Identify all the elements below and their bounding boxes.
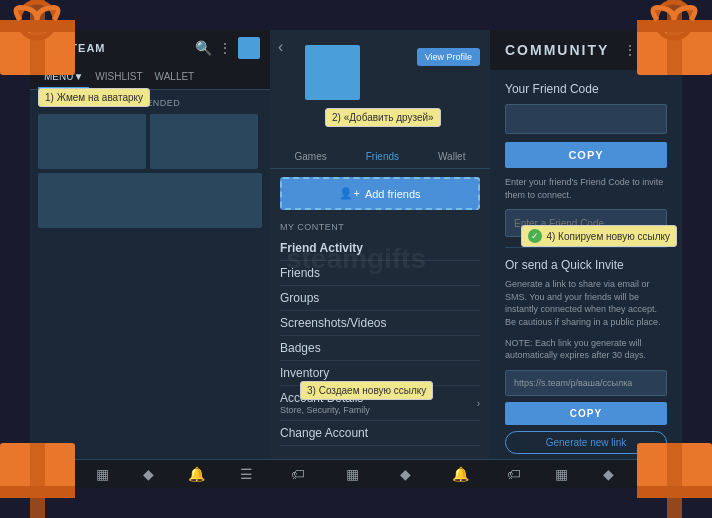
featured-img-3 bbox=[38, 173, 262, 228]
left-panel: STEAM 🔍 ⋮ MENU▼ WISHLIST WALLET 1) Жмем … bbox=[30, 30, 270, 488]
menu-item-friend-activity[interactable]: Friend Activity bbox=[280, 236, 480, 261]
add-friends-label: Add friends bbox=[365, 188, 421, 200]
gift-corner-tl bbox=[0, 0, 75, 75]
link-url: https://s.team/p/ваша/ссылка bbox=[505, 370, 667, 396]
gift-corner-bl bbox=[0, 443, 75, 518]
featured-images bbox=[38, 114, 262, 228]
main-container: STEAM 🔍 ⋮ MENU▼ WISHLIST WALLET 1) Жмем … bbox=[30, 30, 682, 488]
nav-tag-icon-c[interactable]: 🏷 bbox=[507, 466, 521, 482]
avatar[interactable] bbox=[238, 37, 260, 59]
tab-wallet[interactable]: WALLET bbox=[149, 66, 201, 89]
right-panel: COMMUNITY ⋮ Your Friend Code COPY Enter … bbox=[490, 30, 682, 488]
search-icon[interactable]: 🔍 bbox=[195, 40, 212, 56]
svg-rect-10 bbox=[30, 443, 45, 518]
nav-diamond-icon-c[interactable]: ◆ bbox=[603, 466, 614, 482]
quick-invite-desc: Generate a link to share via email or SM… bbox=[505, 278, 667, 328]
nav-diamond-icon[interactable]: ◆ bbox=[143, 466, 154, 482]
divider bbox=[505, 247, 667, 248]
featured-img-1 bbox=[38, 114, 146, 169]
tooltip-4: ✓ 4) Копируем новую ссылку bbox=[521, 225, 677, 247]
back-button[interactable]: ‹ bbox=[278, 38, 283, 56]
gift-corner-tr bbox=[637, 0, 712, 75]
tooltip-1: 1) Жмем на аватарку bbox=[38, 88, 150, 107]
gift-corner-br bbox=[637, 443, 712, 518]
header-icons: 🔍 ⋮ bbox=[195, 37, 260, 59]
copy-button-1[interactable]: COPY bbox=[505, 142, 667, 168]
left-content: FEATURED & RECOMMENDED bbox=[30, 90, 270, 459]
view-profile-button[interactable]: View Profile bbox=[417, 48, 480, 66]
nav-diamond-icon-m[interactable]: ◆ bbox=[400, 466, 411, 482]
profile-avatar[interactable] bbox=[305, 45, 360, 100]
copy-button-2[interactable]: COPY bbox=[505, 402, 667, 425]
menu-item-screenshots[interactable]: Screenshots/Videos bbox=[280, 311, 480, 336]
friend-code-title: Your Friend Code bbox=[505, 82, 667, 96]
tab-wallet[interactable]: Wallet bbox=[438, 151, 465, 162]
menu-item-change-account[interactable]: Change Account bbox=[280, 421, 480, 446]
profile-area bbox=[270, 30, 490, 110]
svg-rect-13 bbox=[667, 443, 682, 518]
community-content: Your Friend Code COPY Enter your friend'… bbox=[490, 70, 682, 459]
menu-item-friends[interactable]: Friends bbox=[280, 261, 480, 286]
nav-bell-icon[interactable]: 🔔 bbox=[188, 466, 205, 482]
more-icon[interactable]: ⋮ bbox=[218, 40, 232, 56]
middle-panel: ‹ View Profile 2) «Добавить друзей» Game… bbox=[270, 30, 490, 488]
profile-tabs: Games Friends Wallet bbox=[270, 145, 490, 169]
featured-img-2 bbox=[150, 114, 258, 169]
tooltip-2: 2) «Добавить друзей» bbox=[325, 108, 441, 127]
account-subtitle: Store, Security, Family bbox=[280, 405, 370, 415]
description-text: Enter your friend's Friend Code to invit… bbox=[505, 176, 667, 201]
add-friends-button[interactable]: 👤+ Add friends bbox=[280, 177, 480, 210]
tab-games[interactable]: Games bbox=[294, 151, 326, 162]
arrow-right-icon: › bbox=[477, 398, 480, 409]
tooltip-4-text: 4) Копируем новую ссылку bbox=[546, 231, 670, 242]
nav-grid-icon-m[interactable]: ▦ bbox=[346, 466, 359, 482]
tab-friends[interactable]: Friends bbox=[366, 151, 399, 162]
friend-code-input[interactable] bbox=[505, 104, 667, 134]
community-more-icon[interactable]: ⋮ bbox=[623, 42, 637, 58]
menu-item-groups[interactable]: Groups bbox=[280, 286, 480, 311]
tooltip-3: 3) Создаем новую ссылку bbox=[300, 381, 433, 400]
bottom-nav-middle: 🏷 ▦ ◆ 🔔 bbox=[270, 459, 490, 488]
nav-grid-icon[interactable]: ▦ bbox=[96, 466, 109, 482]
nav-menu-icon[interactable]: ☰ bbox=[240, 466, 253, 482]
note-text: NOTE: Each link you generate will automa… bbox=[505, 337, 667, 362]
community-title: COMMUNITY bbox=[505, 42, 615, 58]
nav-bell-icon-m[interactable]: 🔔 bbox=[452, 466, 469, 482]
checkmark-icon: ✓ bbox=[528, 229, 542, 243]
tab-wishlist[interactable]: WISHLIST bbox=[89, 66, 148, 89]
nav-tag-icon-m[interactable]: 🏷 bbox=[291, 466, 305, 482]
add-friends-icon: 👤+ bbox=[339, 187, 359, 200]
my-content-label: MY CONTENT bbox=[270, 218, 490, 236]
menu-item-badges[interactable]: Badges bbox=[280, 336, 480, 361]
quick-invite-title: Or send a Quick Invite bbox=[505, 258, 667, 272]
nav-grid-icon-c[interactable]: ▦ bbox=[555, 466, 568, 482]
menu-items: Friend Activity Friends Groups Screensho… bbox=[270, 236, 490, 446]
